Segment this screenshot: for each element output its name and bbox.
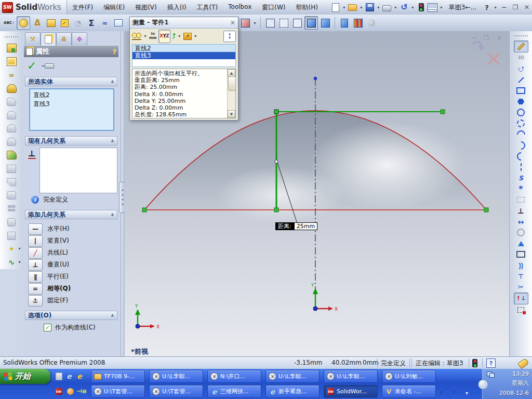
units-button[interactable]: inmm bbox=[149, 31, 157, 42]
equal-relation-button[interactable]: = bbox=[28, 283, 43, 295]
extruded-boss-button[interactable] bbox=[5, 42, 18, 55]
taskbar-button[interactable]: ✕N:\井口... bbox=[207, 370, 261, 383]
clock-day[interactable]: 星期六 bbox=[512, 379, 529, 387]
parallel-relation-button[interactable]: ∥ bbox=[28, 271, 43, 283]
scroll-up-icon[interactable]: ▲ bbox=[228, 69, 235, 77]
section-properties-button[interactable] bbox=[45, 17, 57, 29]
deviation-analysis-button[interactable]: ≈ bbox=[99, 17, 111, 29]
new-dropdown[interactable]: ▾ bbox=[342, 5, 347, 10]
measured-items-list[interactable]: 直线2 直线3 bbox=[132, 44, 236, 67]
menu-file[interactable]: 文件(F) bbox=[67, 1, 98, 14]
undo-button[interactable]: ↺ bbox=[399, 2, 409, 12]
move-entities-button[interactable] bbox=[514, 304, 528, 315]
input-method-tray-icon[interactable] bbox=[453, 389, 454, 395]
taskbar-button[interactable]: ✕U:\L李朝... bbox=[324, 370, 378, 383]
add-relation-button[interactable]: ⊥ bbox=[514, 205, 528, 216]
mirror-entities-button[interactable] bbox=[514, 238, 528, 249]
quicklaunch-explorer[interactable]: e bbox=[75, 371, 84, 381]
taskbar-button[interactable]: ✕U:\L李朝... bbox=[265, 370, 320, 383]
extend-entities-button[interactable]: ✂ bbox=[514, 282, 528, 292]
network-tray-icon[interactable] bbox=[487, 371, 494, 377]
restore-button[interactable]: ❐ bbox=[510, 3, 521, 12]
menu-window[interactable]: 窗口(W) bbox=[257, 1, 290, 14]
modify-sketch-button[interactable]: ⮍ bbox=[514, 63, 528, 74]
options-dropdown[interactable]: ▾ bbox=[439, 5, 444, 10]
help-button[interactable]: ? bbox=[482, 2, 492, 12]
existing-relations-header[interactable]: 现有几何关系∧ bbox=[25, 136, 117, 145]
perpendicular-relation-label[interactable]: 垂直(U) bbox=[47, 260, 69, 269]
lofted-boss-button[interactable] bbox=[5, 82, 18, 95]
tab-configuration-manager[interactable]: 品 bbox=[56, 32, 72, 45]
taskbar-button[interactable]: ✕U:\T套管... bbox=[149, 385, 203, 398]
pin-button[interactable] bbox=[45, 63, 54, 69]
construction-line-label[interactable]: 作为构造线(C) bbox=[55, 323, 96, 332]
instant3d-button[interactable]: ∿▾ bbox=[5, 256, 18, 269]
doc-close-icon[interactable]: ✕ bbox=[497, 34, 502, 42]
endpoint-handle[interactable] bbox=[274, 208, 278, 212]
revolved-boss-button[interactable] bbox=[5, 56, 18, 68]
panel-help-icon[interactable]: ? bbox=[112, 48, 116, 56]
export-dropdown[interactable]: ▾ bbox=[193, 34, 198, 38]
spell-check-button[interactable]: ABC✓ bbox=[3, 17, 16, 29]
taskbar-button[interactable]: e三维网技... bbox=[207, 385, 261, 398]
save-dropdown[interactable]: ▾ bbox=[376, 5, 381, 10]
toolbar-grip[interactable] bbox=[514, 35, 528, 38]
menu-help[interactable]: 帮助(H) bbox=[291, 1, 323, 14]
mass-properties-button[interactable]: Δ bbox=[31, 17, 44, 29]
new-document-button[interactable] bbox=[330, 2, 341, 12]
open-button[interactable] bbox=[348, 2, 358, 12]
three-point-arc-button[interactable] bbox=[514, 151, 528, 162]
quick-tips-icon[interactable]: ? bbox=[486, 358, 496, 368]
measured-item-selected[interactable]: 直线3 bbox=[132, 52, 235, 59]
existing-relations-list[interactable] bbox=[39, 148, 117, 193]
selected-entity-item[interactable]: 直线3 bbox=[33, 100, 110, 109]
clock-date[interactable]: 2008-12-6 bbox=[499, 390, 529, 396]
keyboard-tray-icon[interactable] bbox=[441, 390, 442, 395]
performance-button[interactable]: ◔ bbox=[72, 17, 84, 29]
xyz-measure-button[interactable]: XYZ bbox=[158, 30, 171, 43]
options-button[interactable] bbox=[428, 2, 438, 12]
swept-boss-button[interactable]: ∞ bbox=[5, 69, 18, 82]
tangent-arc-button[interactable] bbox=[514, 140, 528, 151]
taskbar-button[interactable]: ✕U:\L刘敏... bbox=[382, 370, 436, 383]
scroll-down-icon[interactable]: ▼ bbox=[228, 110, 235, 118]
centerline-tool-button[interactable] bbox=[514, 162, 528, 172]
perimeter-circle-button[interactable] bbox=[514, 118, 528, 129]
coordinate-system-dropdown[interactable]: ▾ bbox=[177, 34, 182, 38]
active-sketch-indicator[interactable]: 草图3←... bbox=[445, 3, 481, 12]
centerline-endpoint[interactable] bbox=[314, 77, 317, 80]
open-dropdown[interactable]: ▾ bbox=[359, 5, 364, 10]
tab-dimxpert[interactable]: ✥ bbox=[72, 32, 87, 45]
taskbar-button-active[interactable]: SWSolidWor... bbox=[324, 385, 378, 398]
line-tool-button[interactable] bbox=[514, 74, 528, 85]
minimize-button[interactable]: − bbox=[499, 3, 509, 12]
undo-dropdown[interactable]: ▾ bbox=[410, 5, 415, 10]
smart-dimension-button[interactable]: ↔ bbox=[514, 216, 528, 227]
collapse-results-button[interactable]: ∧∧ bbox=[223, 31, 236, 42]
curvature-button[interactable] bbox=[352, 17, 364, 29]
options-header[interactable]: 选项(O)∧ bbox=[25, 311, 117, 320]
perpendicular-relation-button[interactable]: ⊥ bbox=[28, 259, 43, 271]
scroll-thumb[interactable] bbox=[228, 76, 236, 91]
rectangle-tool-button[interactable] bbox=[514, 85, 528, 96]
shaded-button[interactable] bbox=[319, 17, 331, 29]
taskbar-button[interactable]: ✕U:\L李朝... bbox=[149, 370, 203, 383]
view-orientation-button[interactable] bbox=[239, 17, 251, 29]
section-view-button[interactable] bbox=[338, 17, 351, 29]
results-scrollbar[interactable]: ▲ ▼ bbox=[227, 69, 235, 118]
vertical-relation-label[interactable]: 竖直(V) bbox=[47, 236, 69, 245]
clock-time[interactable]: 13:29 bbox=[512, 370, 529, 377]
measure-dialog[interactable]: 测量 - 零件1 ✕ ▾ inmm XYZ ⤴▾ ↗▾ ∧∧ 直线2 直线3 所… bbox=[129, 17, 238, 121]
menu-edit[interactable]: 编辑(E) bbox=[98, 1, 130, 14]
offset-entities-button[interactable]: ⟯⟯ bbox=[514, 260, 528, 271]
curves-button[interactable]: ✦▾ bbox=[5, 243, 18, 255]
arc-measure-dropdown[interactable]: ▾ bbox=[143, 34, 148, 38]
taskbar-button[interactable]: TF70B 9-... bbox=[91, 370, 145, 383]
menu-view[interactable]: 视图(V) bbox=[130, 1, 162, 14]
measure-dialog-titlebar[interactable]: 测量 - 零件1 ✕ bbox=[130, 17, 238, 29]
point-tool-button[interactable]: * bbox=[514, 183, 528, 194]
quicklaunch-solidworks[interactable]: SW bbox=[54, 387, 63, 396]
polygon-tool-button[interactable] bbox=[514, 96, 528, 107]
quicklaunch-messenger[interactable] bbox=[54, 371, 63, 381]
view-orientation-dropdown[interactable]: ▾ bbox=[252, 21, 257, 25]
